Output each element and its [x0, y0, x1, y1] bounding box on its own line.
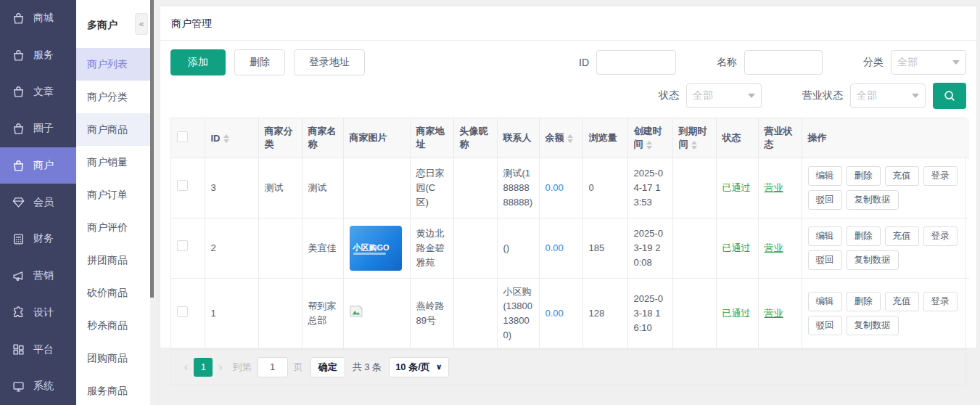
row-action-button[interactable]: 驳回	[808, 316, 842, 335]
submenu-item-4[interactable]: 商户销量	[76, 146, 150, 179]
submenu-item-10[interactable]: 团购商品	[76, 342, 150, 375]
row-action-button[interactable]: 删除	[847, 226, 881, 246]
balance-link[interactable]: 0.00	[545, 182, 564, 193]
submenu-item-2[interactable]: 商户分类	[76, 81, 150, 113]
sidebar-item-8[interactable]: 营销	[0, 258, 76, 295]
submenu-item-7[interactable]: 拼团商品	[76, 244, 150, 277]
filter-business-status-value: 全部	[857, 89, 877, 102]
pagination: ‹ 1 › 到第 页 确定 共 3 条 10 条/页 ∨	[171, 350, 965, 385]
submenu-item-11[interactable]: 服务商品	[76, 375, 150, 405]
row-action-button[interactable]: 复制数据	[847, 250, 899, 270]
page-number-1[interactable]: 1	[194, 358, 213, 377]
status-badge: 已通过	[722, 182, 751, 193]
filter-name-input[interactable]	[744, 50, 823, 75]
sidebar-item-5[interactable]: 商户	[0, 147, 76, 184]
column-header-category: 商家分类	[258, 118, 302, 158]
sort-arrows-icon[interactable]	[691, 141, 697, 150]
sidebar-item-1[interactable]: 商城	[0, 0, 76, 37]
column-label: ID	[211, 133, 221, 144]
sidebar-item-2[interactable]: 服务	[0, 37, 76, 74]
column-header-id[interactable]: ID	[205, 118, 258, 158]
add-button[interactable]: 添加	[170, 49, 226, 75]
column-header-expire[interactable]: 到期时间	[672, 118, 716, 158]
sidebar-item-9[interactable]: 设计	[0, 295, 76, 332]
sidebar-item-label: 商城	[33, 12, 54, 25]
filter-category-select[interactable]: 全部	[891, 50, 966, 75]
goto-confirm-button[interactable]: 确定	[310, 357, 345, 377]
column-header-created[interactable]: 创建时间	[627, 118, 672, 158]
row-action-button[interactable]: 编辑	[808, 292, 842, 311]
row-action-button[interactable]: 充值	[885, 226, 919, 246]
row-action-button[interactable]: 复制数据	[847, 316, 899, 335]
main-content: 商户管理 添加 删除 登录地址 ID 名称 分类 全部	[154, 0, 980, 405]
sort-arrows-icon[interactable]	[223, 134, 229, 143]
row-action-button[interactable]: 驳回	[808, 250, 842, 270]
prev-page-button[interactable]: ‹	[184, 361, 188, 374]
row-checkbox[interactable]	[177, 180, 188, 191]
row-action-button[interactable]: 登录	[923, 166, 958, 186]
row-action-button[interactable]: 驳回	[808, 190, 842, 210]
sidebar-item-label: 营销	[33, 269, 54, 282]
sidebar-item-4[interactable]: 圈子	[0, 110, 76, 147]
delete-button[interactable]: 删除	[234, 49, 285, 75]
business-status-link[interactable]: 营业	[765, 182, 783, 193]
row-checkbox[interactable]	[177, 240, 188, 251]
mall-icon	[12, 12, 25, 25]
balance-link[interactable]: 0.00	[545, 242, 564, 253]
merchant-card: 商户管理 添加 删除 登录地址 ID 名称 分类 全部	[160, 6, 977, 348]
column-header-checkbox	[171, 118, 205, 158]
sidebar-item-10[interactable]: 平台	[0, 331, 76, 368]
business-status-link[interactable]: 营业	[765, 242, 783, 253]
column-header-image: 商家图片	[343, 118, 410, 158]
column-header-balance[interactable]: 余额	[539, 118, 582, 158]
submenu-item-5[interactable]: 商户订单	[76, 179, 150, 211]
sort-arrows-icon[interactable]	[567, 134, 573, 143]
cell-address: 黄边北路金碧雅苑	[410, 218, 453, 279]
business-status-link[interactable]: 营业	[765, 308, 783, 319]
next-page-button[interactable]: ›	[218, 361, 222, 374]
sort-arrows-icon[interactable]	[646, 141, 652, 150]
primary-sidebar: 商城服务文章圈子商户会员财务营销设计平台系统	[0, 0, 76, 405]
cell-created: 2025-04-17 13:53	[627, 158, 672, 218]
balance-link[interactable]: 0.00	[545, 308, 564, 319]
submenu-item-8[interactable]: 砍价商品	[76, 277, 150, 309]
cell-id: 3	[205, 158, 258, 218]
row-action-button[interactable]: 充值	[885, 292, 919, 311]
row-action-button[interactable]: 编辑	[808, 166, 842, 186]
submenu-header: 多商户 «	[76, 0, 150, 48]
row-action-button[interactable]: 删除	[847, 166, 881, 186]
filter-id-input[interactable]	[596, 50, 676, 75]
submenu-item-6[interactable]: 商户评价	[76, 211, 150, 244]
submenu-item-3[interactable]: 商户商品	[76, 113, 150, 146]
goto-page-input[interactable]	[258, 357, 288, 377]
sidebar-item-6[interactable]: 会员	[0, 184, 76, 221]
sidebar-item-3[interactable]: 文章	[0, 73, 76, 110]
row-action-button[interactable]: 登录	[923, 226, 958, 246]
select-all-checkbox[interactable]	[177, 131, 188, 142]
cell-biz_status: 营业	[758, 158, 802, 218]
filter-business-status-select[interactable]: 全部	[850, 83, 926, 108]
row-action-button[interactable]: 复制数据	[847, 190, 899, 210]
merchant-image[interactable]: 小区购GO	[350, 226, 402, 271]
submenu-item-1[interactable]: 商户列表	[76, 48, 150, 81]
filter-status-select[interactable]: 全部	[686, 83, 762, 108]
row-action-button[interactable]: 充值	[885, 166, 919, 186]
search-button[interactable]	[933, 83, 966, 109]
table-row: 3测试测试恋日家园(C区)测试(18888888888)0.0002025-04…	[171, 158, 969, 218]
cell-created: 2025-03-19 20:08	[627, 218, 672, 279]
sidebar-item-11[interactable]: 系统	[0, 368, 76, 405]
column-label: 商家名称	[308, 126, 337, 150]
row-checkbox[interactable]	[177, 306, 188, 317]
cell-checkbox	[171, 218, 205, 279]
row-action-button[interactable]: 删除	[847, 292, 881, 311]
row-action-button[interactable]: 登录	[923, 292, 958, 311]
sidebar-item-7[interactable]: 财务	[0, 221, 76, 258]
cell-checkbox	[171, 158, 205, 218]
sidebar-collapse-button[interactable]: «	[135, 13, 148, 35]
filter-category-value: 全部	[897, 56, 918, 69]
login-address-button[interactable]: 登录地址	[294, 49, 365, 75]
submenu-item-9[interactable]: 秒杀商品	[76, 309, 150, 342]
per-page-select[interactable]: 10 条/页 ∨	[389, 357, 449, 377]
platform-icon	[12, 343, 25, 356]
row-action-button[interactable]: 编辑	[808, 226, 842, 246]
